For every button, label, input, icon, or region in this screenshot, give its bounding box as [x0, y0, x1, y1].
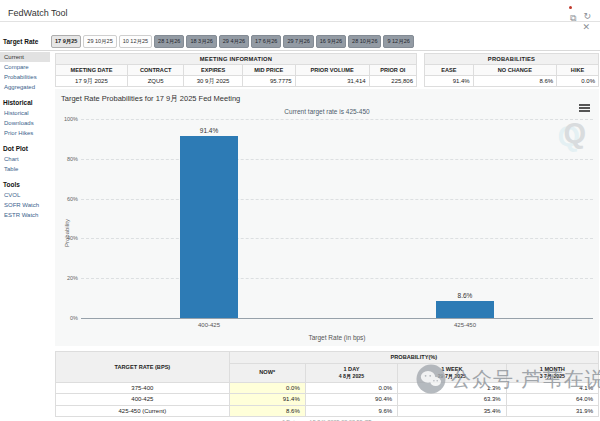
- table-header-row: EASE NO CHANGE HIKE: [425, 65, 599, 76]
- prob-cell: 31.9%: [506, 405, 598, 417]
- sidebar-section-historical: Historical: [0, 92, 54, 108]
- sidebar-item-table[interactable]: Table: [0, 164, 54, 174]
- col-mid-price: MID PRICE: [242, 65, 295, 76]
- table-row: 375-400 0.0% 0.0% 1.3% 4.1%: [56, 382, 599, 394]
- meeting-date-tab[interactable]: 18 3月26: [186, 35, 216, 49]
- meeting-date-tab[interactable]: 28 10月26: [348, 35, 381, 49]
- meeting-date-tabs: 17 9月25 29 10月25 10 12月25 28 1月26 18 3月2…: [51, 35, 414, 49]
- sidebar-item-historical[interactable]: Historical: [0, 108, 54, 118]
- prob-cell: 9.6%: [305, 405, 397, 417]
- meeting-date-tab[interactable]: 9 12月26: [383, 35, 413, 49]
- y-tick: 80%: [67, 156, 78, 162]
- probability-bar-400-425[interactable]: [180, 136, 238, 318]
- col-now: NOW*: [229, 363, 305, 382]
- probabilities-title: PROBABILITIES: [425, 54, 599, 65]
- col-1-week: 1 WEEK29 7月 2025: [398, 363, 507, 382]
- sidebar-item-chart[interactable]: Chart: [0, 154, 54, 164]
- table-row: 91.4% 8.6% 0.0%: [425, 76, 599, 87]
- chart-subtitle: Current target rate is 425-450: [55, 108, 599, 115]
- sidebar-item-prior-hikes[interactable]: Prior Hikes: [0, 128, 54, 138]
- table-header-row: MEETING DATE CONTRACT EXPIRES MID PRICE …: [56, 65, 417, 76]
- meeting-date-tab[interactable]: 29 4月26: [219, 35, 249, 49]
- meeting-date-tab[interactable]: 17 6月26: [251, 35, 281, 49]
- hike-value: 0.0%: [557, 76, 599, 87]
- meeting-date-tab[interactable]: 17 9月25: [51, 35, 81, 49]
- sidebar-item-cvol[interactable]: CVOL: [0, 190, 54, 200]
- x-axis-labels: 400-425 425-450: [81, 322, 593, 328]
- col-1-month-date: 3 7月 2025: [509, 373, 596, 380]
- y-axis-title: Probability: [64, 219, 70, 247]
- prob-cell: 0.0%: [305, 382, 397, 394]
- sidebar-section-dot-plot: Dot Plot: [0, 138, 54, 154]
- ease-value: 91.4%: [425, 76, 474, 87]
- col-ease: EASE: [425, 65, 474, 76]
- range-cell: 375-400: [56, 382, 230, 394]
- col-prior-volume: PRIOR VOLUME: [295, 65, 369, 76]
- target-rate-label: Target Rate: [0, 38, 51, 45]
- range-cell: 425-450 (Current): [56, 405, 230, 417]
- sidebar-item-current[interactable]: Current: [0, 52, 50, 62]
- sidebar-item-sofr-watch[interactable]: SOFR Watch: [0, 200, 54, 210]
- sidebar-item-estr-watch[interactable]: ESTR Watch: [0, 210, 54, 220]
- chart-menu-icon[interactable]: [579, 104, 590, 113]
- x-axis-title: Target Rate (in bps): [81, 334, 593, 341]
- table-header-row: TARGET RATE (BPS) PROBABILITY(%): [56, 352, 599, 364]
- bar-value-label: 8.6%: [458, 292, 473, 299]
- y-tick: 0%: [70, 315, 78, 321]
- x-tick: 400-425: [81, 322, 337, 328]
- meeting-information-table: MEETING INFORMATION MEETING DATE CONTRAC…: [55, 53, 417, 87]
- y-tick: 20%: [67, 275, 78, 281]
- meeting-date-tab[interactable]: 29 10月25: [83, 35, 116, 49]
- prob-cell-now: 0.0%: [229, 382, 305, 394]
- prob-cell: 64.0%: [506, 394, 598, 406]
- export-icon[interactable]: ⧉: [570, 7, 576, 25]
- probability-history-table: TARGET RATE (BPS) PROBABILITY(%) NOW* 1 …: [55, 351, 599, 417]
- mid-price-value: 95.7775: [242, 76, 295, 87]
- table-row: 400-425 91.4% 90.4% 63.3% 64.0%: [56, 394, 599, 406]
- meeting-date-tab[interactable]: 28 1月26: [154, 35, 184, 49]
- main-content: MEETING INFORMATION MEETING DATE CONTRAC…: [55, 52, 599, 421]
- probability-bar-425-450[interactable]: [436, 301, 494, 318]
- close-icon[interactable]: ✕: [582, 22, 590, 32]
- col-target-rate-bps: TARGET RATE (BPS): [56, 352, 230, 383]
- col-1-day: 1 DAY4 8月 2025: [305, 363, 397, 382]
- prob-cell: 4.1%: [506, 382, 598, 394]
- expires-value: 30 9月 2025: [184, 76, 242, 87]
- sidebar-item-probabilities[interactable]: Probabilities: [0, 72, 54, 82]
- probability-group-header: PROBABILITY(%): [229, 352, 598, 364]
- app-title: FedWatch Tool: [8, 8, 68, 18]
- range-cell: 400-425: [56, 394, 230, 406]
- target-rate-probability-chart: Target Rate Probabilities for 17 9月 2025…: [55, 89, 599, 346]
- alert-dot: [569, 6, 572, 9]
- contract-value: ZQU5: [127, 76, 184, 87]
- meeting-summary-row: MEETING INFORMATION MEETING DATE CONTRAC…: [55, 53, 599, 87]
- prob-cell-now: 91.4%: [229, 394, 305, 406]
- bar-value-label: 91.4%: [200, 127, 218, 134]
- table-row: 425-450 (Current) 8.6% 9.6% 35.4% 31.9%: [56, 405, 599, 417]
- y-tick: 60%: [67, 196, 78, 202]
- fedwatch-tool-window: FedWatch Tool ⧉ ↻ ✕ Target Rate 17 9月25 …: [0, 0, 600, 421]
- meeting-date-tab[interactable]: 10 12月25: [119, 35, 152, 49]
- col-contract: CONTRACT: [127, 65, 184, 76]
- prior-oi-value: 225,806: [369, 76, 416, 87]
- meeting-date-tab[interactable]: 16 9月26: [316, 35, 346, 49]
- sidebar-item-compare[interactable]: Compare: [0, 62, 54, 72]
- category-band: 8.6%: [337, 119, 593, 318]
- meeting-date-tab[interactable]: 29 7月26: [283, 35, 313, 49]
- table-row: 17 9月 2025 ZQU5 30 9月 2025 95.7775 31,41…: [56, 76, 417, 87]
- prob-cell: 90.4%: [305, 394, 397, 406]
- col-expires: EXPIRES: [184, 65, 242, 76]
- col-1-day-date: 4 8月 2025: [308, 373, 395, 380]
- meeting-info-title: MEETING INFORMATION: [56, 54, 417, 65]
- col-1-week-date: 29 7月 2025: [400, 373, 504, 380]
- refresh-icon[interactable]: ↻: [583, 11, 591, 21]
- prob-cell: 63.3%: [398, 394, 507, 406]
- plot-area: 100% 80% 60% 40% 20% 0% 91.4% 8.6%: [81, 119, 593, 319]
- no-change-value: 8.6%: [473, 76, 556, 87]
- meeting-tabs-row: Target Rate 17 9月25 29 10月25 10 12月25 28…: [0, 33, 600, 51]
- probabilities-summary-table: PROBABILITIES EASE NO CHANGE HIKE 91.4% …: [424, 53, 599, 87]
- col-meeting-date: MEETING DATE: [56, 65, 128, 76]
- prob-cell: 1.3%: [398, 382, 507, 394]
- sidebar-item-downloads[interactable]: Downloads: [0, 118, 54, 128]
- sidebar-item-aggregated[interactable]: Aggregated: [0, 82, 54, 92]
